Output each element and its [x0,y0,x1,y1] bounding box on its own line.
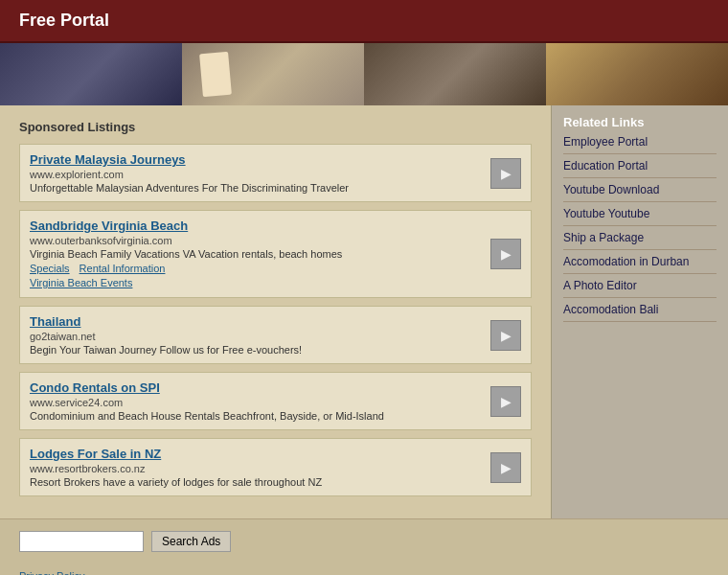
listing-5-url: www.resortbrokers.co.nz [30,463,481,474]
listing-4-arrow[interactable] [490,386,521,417]
listing-1-url: www.explorient.com [30,169,481,180]
listing-2-desc: Virginia Beach Family Vacations VA Vacat… [30,248,481,260]
related-link-1[interactable]: Youtube Download [563,178,717,202]
footer: Privacy Policy [0,564,728,575]
related-link-3[interactable]: Ship a Package [563,226,717,250]
listing-1-desc: Unforgettable Malaysian Adventures For T… [30,182,481,194]
banner-segment-2 [182,43,364,105]
listing-2-extra-links: Virginia Beach Events [30,276,481,289]
search-input[interactable] [19,531,144,552]
related-links-title: Related Links [563,115,717,129]
listing-2-links: Specials Rental Information [30,263,481,274]
banner-segment-4 [546,43,728,105]
related-link-2[interactable]: Youtube Youtube [563,202,717,226]
listing-2-title[interactable]: Sandbridge Virginia Beach [30,218,481,233]
search-button[interactable]: Search Ads [151,531,231,552]
listing-4-url: www.service24.com [30,397,481,408]
listing-1-title[interactable]: Private Malaysia Journeys [30,152,481,167]
banner-segment-3 [364,43,546,105]
banner-image [0,43,728,105]
listing-4-desc: Condominium and Beach House Rentals Beac… [30,410,481,422]
listing-5-desc: Resort Brokers have a variety of lodges … [30,476,481,488]
listing-3-content: Thailand go2taiwan.net Begin Your Taiwan… [30,314,481,356]
listing-2-url: www.outerbanksofvirginia.com [30,235,481,246]
banner-segment-1 [0,43,182,105]
listing-1: Private Malaysia Journeys www.explorient… [19,144,532,202]
listing-2-link-1[interactable]: Specials [30,263,70,274]
listing-3-url: go2taiwan.net [30,331,481,342]
main-content: Sponsored Listings Private Malaysia Jour… [0,105,728,518]
listing-2-link-2[interactable]: Rental Information [80,263,166,274]
related-link-0[interactable]: Education Portal [563,154,717,178]
employee-portal-link[interactable]: Employee Portal [563,133,717,154]
related-link-4[interactable]: Accomodation in Durban [563,250,717,274]
page-title: Free Portal [19,11,109,31]
listing-2: Sandbridge Virginia Beach www.outerbanks… [19,210,532,298]
listing-3-desc: Begin Your Taiwan Journey Follow us for … [30,344,481,356]
listing-5-arrow[interactable] [490,452,521,483]
listing-3-title[interactable]: Thailand [30,314,481,329]
sponsored-title: Sponsored Listings [19,120,532,134]
listing-1-arrow[interactable] [490,158,521,189]
search-bar: Search Ads [0,518,728,564]
listing-3-arrow[interactable] [490,320,521,351]
listing-5-title[interactable]: Lodges For Sale in NZ [30,447,481,461]
listing-5: Lodges For Sale in NZ www.resortbrokers.… [19,438,532,496]
listing-4-title[interactable]: Condo Rentals on SPI [30,380,481,395]
listing-5-content: Lodges For Sale in NZ www.resortbrokers.… [30,447,481,488]
banner-inner [0,43,728,105]
left-panel: Sponsored Listings Private Malaysia Jour… [0,105,551,518]
related-link-6[interactable]: Accomodation Bali [563,298,717,322]
listing-3: Thailand go2taiwan.net Begin Your Taiwan… [19,306,532,364]
listing-2-arrow[interactable] [490,239,521,269]
listing-1-content: Private Malaysia Journeys www.explorient… [30,152,481,194]
listing-4-content: Condo Rentals on SPI www.service24.com C… [30,380,481,422]
header: Free Portal [0,0,728,43]
listing-2-content: Sandbridge Virginia Beach www.outerbanks… [30,218,481,289]
related-link-5[interactable]: A Photo Editor [563,274,717,298]
privacy-policy-link[interactable]: Privacy Policy [19,570,84,575]
listing-4: Condo Rentals on SPI www.service24.com C… [19,372,532,430]
right-panel: Related Links Employee Portal Education … [551,105,728,518]
listing-2-link-3[interactable]: Virginia Beach Events [30,277,132,288]
